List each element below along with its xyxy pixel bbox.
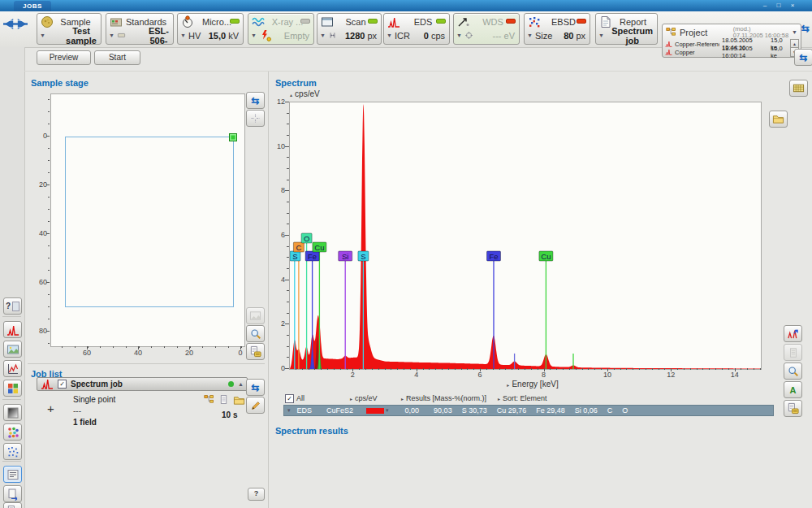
- spectrum-minor-tick: [448, 368, 449, 370]
- tool-swap[interactable]: ⇆: [246, 92, 265, 109]
- module-microscope[interactable]: Micro...▼HV15,0kV: [177, 13, 244, 45]
- linescan-icon: [6, 363, 19, 376]
- eds-result-row[interactable]: ▾ EDS CuFeS2 ▾ 0,00 90,03 S 30,73Cu 29,7…: [283, 405, 774, 416]
- minimize-icon[interactable]: –: [759, 2, 771, 10]
- row-chevron-icon[interactable]: ▾: [287, 406, 291, 415]
- spectrum-plot[interactable]: SCOFeCuSiSFeCu: [289, 102, 762, 370]
- page-export-icon: [6, 488, 19, 501]
- module-sample[interactable]: Sample▼Test sample: [37, 13, 102, 45]
- tool-doc-gray[interactable]: [784, 344, 802, 361]
- module-report[interactable]: Report▼Spectrum job: [595, 13, 658, 45]
- sidebar-tool-image[interactable]: [3, 341, 22, 358]
- spectrum-color-swatch[interactable]: [366, 408, 384, 414]
- sort-selector[interactable]: ▸ Sort: Element: [498, 393, 547, 403]
- module-ebsd[interactable]: EBSD▼Size80px: [524, 13, 590, 45]
- tool-report-export[interactable]: [246, 343, 265, 360]
- close-icon[interactable]: ×: [787, 2, 798, 10]
- job-doc-button[interactable]: [218, 394, 229, 406]
- stage-minor-tick: [190, 346, 191, 348]
- spectrum-minor-tick: [538, 368, 538, 370]
- sample-stage-plot[interactable]: [50, 93, 245, 347]
- all-filter[interactable]: ✓ All: [285, 393, 304, 403]
- stage-minor-tick: [48, 331, 50, 332]
- module-eds[interactable]: EDS▼ICR0cps: [383, 13, 450, 45]
- job-checkbox[interactable]: ✓: [58, 380, 67, 389]
- tool-pencil[interactable]: [246, 397, 265, 414]
- chevron-down-icon[interactable]: ▼: [456, 32, 462, 40]
- job-project-tree-button[interactable]: [204, 394, 214, 406]
- result-method: EDS: [297, 406, 313, 415]
- module-standards[interactable]: Standards▼ESL-506-: [106, 13, 174, 45]
- stage-minor-tick: [228, 346, 229, 348]
- dock-toggle-icon[interactable]: ⇆: [801, 24, 810, 33]
- sidebar-tool-page-export[interactable]: [3, 485, 22, 502]
- chevron-down-icon[interactable]: ▼: [598, 32, 604, 40]
- stage-position-marker[interactable]: [229, 133, 237, 141]
- spectrum-minor-tick: [684, 368, 685, 370]
- module-wds[interactable]: WDS▼---eV: [453, 13, 520, 45]
- spectrum-title: Spectrum: [275, 78, 317, 88]
- tool-magnifier[interactable]: [246, 325, 265, 342]
- tool-image-gray[interactable]: [246, 307, 265, 324]
- module-scan[interactable]: Scan▼1280px: [317, 13, 382, 45]
- swap-icon: ⇆: [251, 383, 259, 393]
- resize-icon: [328, 31, 337, 40]
- svg-text:Si: Si: [342, 252, 348, 261]
- tool-swap[interactable]: ⇆: [246, 379, 265, 396]
- sidebar-tool-help-page[interactable]: ?: [3, 297, 22, 315]
- sidebar-tool-phases[interactable]: [3, 423, 22, 441]
- divider: [2, 461, 21, 462]
- sidebar-tool-mapping[interactable]: [3, 380, 22, 397]
- job-folder-button[interactable]: [233, 394, 245, 408]
- project-panel[interactable]: Project (mod.) 07.11.2005 16:00:58 ▼ Cop…: [662, 24, 801, 58]
- stage-x-tick-label: 20: [181, 349, 197, 357]
- status-led-red: [577, 19, 586, 24]
- module-xray[interactable]: X-ray ...▼Empty: [248, 13, 314, 45]
- chevron-down-icon[interactable]: ▼: [387, 32, 392, 40]
- chevron-down-icon[interactable]: ▼: [109, 32, 114, 40]
- preview-button[interactable]: Preview: [37, 50, 91, 65]
- spectrum-minor-tick: [741, 368, 741, 370]
- spectrum-minor-tick: [287, 113, 289, 114]
- sidebar-tool-report-export[interactable]: [3, 502, 22, 508]
- tool-peak-id[interactable]: [784, 325, 802, 342]
- collapse-chevron-icon[interactable]: ▲: [238, 380, 244, 389]
- sidebar-tool-gradient[interactable]: [3, 404, 22, 421]
- tool-periodic-table[interactable]: [789, 80, 808, 97]
- stage-minor-tick: [48, 319, 50, 319]
- unit-selector[interactable]: ▸ cps/eV: [350, 393, 378, 403]
- all-checkbox[interactable]: ✓: [285, 394, 294, 403]
- chevron-down-icon[interactable]: ▼: [40, 32, 45, 40]
- start-button[interactable]: Start: [94, 50, 140, 65]
- sidebar-tool-joblist[interactable]: [3, 466, 22, 483]
- spectrum-results-title: Spectrum results: [275, 426, 348, 436]
- spectrum-y-tick-label: 0: [270, 364, 285, 372]
- chevron-down-icon[interactable]: ▼: [180, 32, 186, 40]
- tool-center[interactable]: [246, 110, 265, 127]
- chevron-down-icon[interactable]: ▼: [320, 32, 326, 40]
- swatch-chevron-icon[interactable]: ▾: [386, 406, 389, 415]
- project-item[interactable]: Copper18.05.2005 16:00:1415,0 ke: [665, 48, 788, 56]
- results-mode-selector[interactable]: ▸ Results [Mass-%(norm.)]: [401, 393, 486, 403]
- spectrum-y-axis-title: ▴ cps/eV: [290, 89, 320, 98]
- chevron-down-icon[interactable]: ▼: [527, 32, 533, 40]
- jobs-tab[interactable]: JOBS: [14, 1, 51, 11]
- tool-folder[interactable]: [769, 111, 788, 128]
- restore-icon[interactable]: □: [773, 2, 784, 10]
- sidebar-tool-linescan[interactable]: [3, 360, 22, 377]
- tool-report-export[interactable]: [784, 400, 802, 417]
- sidebar-tool-scatter[interactable]: [3, 443, 22, 460]
- job-row-header[interactable]: ✓ Spectrum job ▲: [37, 377, 248, 391]
- help-button[interactable]: ?: [248, 488, 265, 501]
- stage-scan-region[interactable]: [65, 137, 234, 307]
- sidebar-tool-spectrum-red[interactable]: [3, 321, 22, 338]
- chevron-down-icon[interactable]: ▼: [251, 32, 257, 40]
- tool-magnifier[interactable]: [784, 363, 802, 380]
- magnifier-icon: [788, 366, 799, 377]
- spectrum-minor-tick: [760, 368, 761, 370]
- spectrum-minor-tick: [352, 368, 353, 370]
- chevron-down-icon[interactable]: ▼: [792, 28, 797, 37]
- panel-dock-button[interactable]: ⇆: [794, 49, 812, 66]
- spectrum-chart[interactable]: SCOFeCuSiSFeCu: [290, 102, 761, 369]
- tool-autoscale[interactable]: A: [784, 381, 802, 398]
